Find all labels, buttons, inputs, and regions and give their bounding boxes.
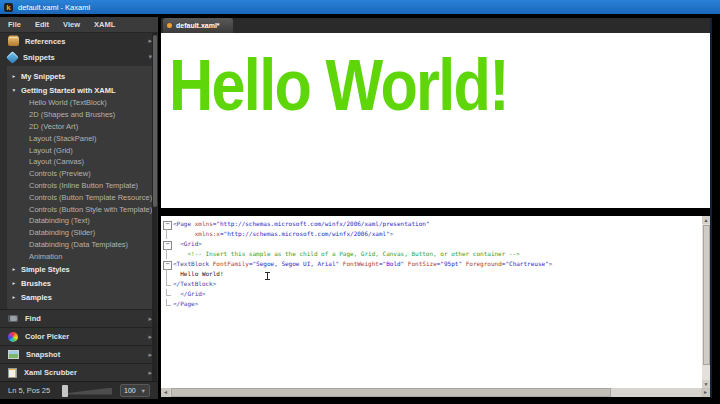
zoom-level-dropdown[interactable]: 100 ▼ <box>120 384 150 397</box>
zoom-level-value: 100 <box>124 387 136 394</box>
status-bar: Ln 5, Pos 25 100 ▼ <box>0 381 158 399</box>
tree-item-label: Layout (StackPanel) <box>7 134 97 143</box>
zoom-slider-track[interactable] <box>68 388 112 395</box>
tree-item-2d-vector-art-[interactable]: 2D (Vector Art) <box>7 121 153 133</box>
tree-item-animation[interactable]: Animation <box>7 250 153 262</box>
triangle-down-icon[interactable]: ▾ <box>7 87 21 93</box>
tree-item-databinding-slider-[interactable]: Databinding (Slider) <box>7 227 153 239</box>
code-token-comment: <!-- Insert this sample as the child of … <box>173 249 520 259</box>
sidebar-tool-snapshot[interactable]: Snapshot▸ <box>0 345 158 363</box>
code-token-val: ="Bold" <box>379 259 404 269</box>
tree-item-databinding-text-[interactable]: Databinding (Text) <box>7 215 153 227</box>
sidebar-scrollbar[interactable] <box>152 33 157 381</box>
code-token-tag: <Grid> <box>173 239 202 249</box>
tree-group-samples[interactable]: ▸Samples <box>7 290 153 304</box>
tree-item-controls-button-style-with-template-[interactable]: Controls (Button Style with Template) <box>7 203 153 215</box>
code-line[interactable]: <Grid> <box>161 239 702 249</box>
code-line[interactable]: </Page> <box>161 299 702 309</box>
fold-marker-box[interactable] <box>161 259 173 269</box>
tree-item-label: Animation <box>7 252 62 261</box>
code-line[interactable]: </Grid> <box>161 289 702 299</box>
sidebar-tool-xaml-scrubber[interactable]: Xaml Scrubber▸ <box>0 363 158 381</box>
tree-item-controls-button-template-resource-[interactable]: Controls (Button Template Resource) <box>7 191 153 203</box>
tree-item-label: Controls (Preview) <box>7 169 91 178</box>
code-token-tag: <Page <box>173 219 195 229</box>
dropdown-arrow-icon: ▼ <box>141 388 146 394</box>
tree-item-hello-world-textblock-[interactable]: Hello World (TextBlock) <box>7 97 153 109</box>
menu-item-file[interactable]: File <box>8 20 21 29</box>
editor-panel: default.xaml* Hello World! <Page xmlns="… <box>161 18 712 398</box>
tree-item-label: 2D (Vector Art) <box>7 122 78 131</box>
menu-bar: FileEditViewXAML <box>0 17 158 33</box>
fold-marker-bar <box>161 249 173 259</box>
scroll-down-icon[interactable]: ▼ <box>702 380 710 388</box>
code-line[interactable]: Hello World! <box>161 269 702 279</box>
sidebar-scrollbar-thumb[interactable] <box>153 35 157 207</box>
zoom-slider[interactable] <box>62 385 114 397</box>
tree-item-label: Databinding (Data Templates) <box>7 240 128 249</box>
code-token-tag: <TextBlock <box>173 259 213 269</box>
tool-label: Xaml Scrubber <box>24 368 148 377</box>
code-token-val: ="http://schemas.microsoft.com/winfx/200… <box>220 229 390 239</box>
code-lines: <Page xmlns="http://schemas.microsoft.co… <box>161 219 702 309</box>
code-line[interactable]: <!-- Insert this sample as the child of … <box>161 249 702 259</box>
menu-item-edit[interactable]: Edit <box>35 20 49 29</box>
code-hscroll-thumb[interactable] <box>171 388 611 397</box>
scroll-up-icon[interactable]: ▲ <box>702 216 710 224</box>
title-bar: k default.xaml - Kaxaml <box>0 0 720 14</box>
fold-marker-bar <box>161 269 173 279</box>
menu-item-view[interactable]: View <box>63 20 80 29</box>
tree-item-label: My Snippets <box>21 72 65 81</box>
sidebar-tool-find[interactable]: Find▸ <box>0 309 158 327</box>
code-token-val: ="95pt" <box>437 259 462 269</box>
code-horizontal-scrollbar[interactable]: ◄ ► <box>161 388 710 397</box>
tree-item-label: 2D (Shapes and Brushes) <box>7 110 115 119</box>
snippets-tree: ▸My Snippets▾Getting Started with XAMLHe… <box>7 66 153 338</box>
sidebar-item-snippets[interactable]: Snippets ▾ <box>0 49 158 65</box>
tool-label: Snapshot <box>26 350 148 359</box>
tree-group-simple-styles[interactable]: ▸Simple Styles <box>7 262 153 276</box>
scroll-right-icon[interactable]: ► <box>701 388 710 397</box>
code-token-tag: > <box>549 259 553 269</box>
fold-marker-box[interactable] <box>161 239 173 249</box>
code-line[interactable]: <Page xmlns="http://schemas.microsoft.co… <box>161 219 702 229</box>
code-line[interactable]: </TextBlock> <box>161 279 702 289</box>
triangle-right-icon[interactable]: ▸ <box>7 294 21 300</box>
left-panel: FileEditViewXAML References ▸ Snippets ▾… <box>0 17 158 399</box>
tree-item-2d-shapes-and-brushes-[interactable]: 2D (Shapes and Brushes) <box>7 109 153 121</box>
zoom-slider-thumb[interactable] <box>62 385 68 397</box>
fold-marker-box[interactable] <box>161 219 173 229</box>
triangle-right-icon[interactable]: ▸ <box>7 280 21 286</box>
tree-item-controls-inline-button-template-[interactable]: Controls (Inline Button Template) <box>7 180 153 192</box>
fold-marker-corner <box>161 289 173 299</box>
tree-item-layout-canvas-[interactable]: Layout (Canvas) <box>7 156 153 168</box>
tree-group-getting-started-with-xaml[interactable]: ▾Getting Started with XAML <box>7 83 153 97</box>
code-line[interactable]: <TextBlock FontFamily="Segoe, Segoe UI, … <box>161 259 702 269</box>
code-token-plain: Hello World! <box>173 269 224 279</box>
fold-marker-corner <box>161 279 173 289</box>
code-line[interactable]: xmlns:x="http://schemas.microsoft.com/wi… <box>161 229 702 239</box>
tool-label: Color Picker <box>25 332 148 341</box>
tree-item-label: Controls (Button Style with Template) <box>7 205 152 214</box>
code-vertical-scrollbar[interactable]: ▲ ▼ <box>702 216 710 388</box>
scroll-left-icon[interactable]: ◄ <box>161 388 170 397</box>
tree-item-label: Layout (Grid) <box>7 146 73 155</box>
code-vscroll-thumb[interactable] <box>703 225 710 365</box>
tree-item-layout-stackpanel-[interactable]: Layout (StackPanel) <box>7 132 153 144</box>
tree-item-label: Brushes <box>21 279 51 288</box>
tree-item-label: Samples <box>21 293 52 302</box>
cursor-position-status: Ln 5, Pos 25 <box>0 386 62 395</box>
xaml-code-editor[interactable]: <Page xmlns="http://schemas.microsoft.co… <box>161 216 710 388</box>
tree-group-brushes[interactable]: ▸Brushes <box>7 276 153 290</box>
app-icon: k <box>4 3 13 12</box>
triangle-right-icon[interactable]: ▸ <box>7 73 21 79</box>
tree-item-layout-grid-[interactable]: Layout (Grid) <box>7 144 153 156</box>
tree-item-databinding-data-templates-[interactable]: Databinding (Data Templates) <box>7 239 153 251</box>
tree-item-controls-preview-[interactable]: Controls (Preview) <box>7 168 153 180</box>
sidebar-tool-color-picker[interactable]: Color Picker▸ <box>0 327 158 345</box>
tree-group-my-snippets[interactable]: ▸My Snippets <box>7 69 153 83</box>
triangle-right-icon[interactable]: ▸ <box>7 266 21 272</box>
menu-item-xaml[interactable]: XAML <box>94 20 115 29</box>
sidebar-item-references[interactable]: References ▸ <box>0 33 158 49</box>
tab-default-xaml[interactable]: default.xaml* <box>163 18 233 33</box>
